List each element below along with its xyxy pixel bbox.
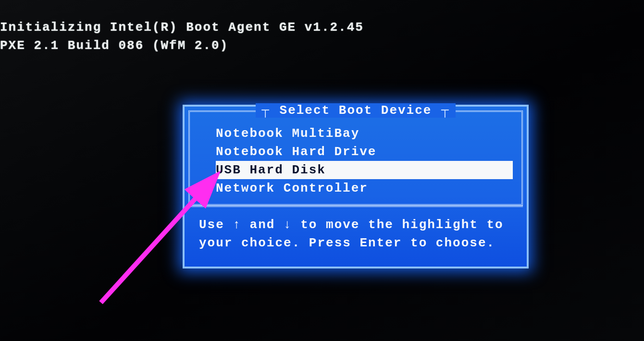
title-right-tick-icon: ┬: [440, 103, 451, 118]
title-left-tick-icon: ┬: [260, 103, 271, 118]
bios-post-text: Initializing Intel(R) Boot Agent GE v1.2…: [0, 18, 364, 55]
boot-menu-hint: Use ↑ and ↓ to move the highlight to you…: [188, 206, 523, 262]
hint-line-1: Use ↑ and ↓ to move the highlight to: [199, 216, 512, 234]
hint-line-2: your choice. Press Enter to choose.: [199, 234, 512, 252]
boot-option-network-controller[interactable]: Network Controller: [216, 179, 521, 197]
boot-option-notebook-hard-drive[interactable]: Notebook Hard Drive: [216, 143, 521, 161]
bios-line-2: PXE 2.1 Build 086 (WfM 2.0): [0, 38, 228, 53]
bios-line-1: Initializing Intel(R) Boot Agent GE v1.2…: [0, 20, 364, 35]
boot-device-menu: ┬ Select Boot Device ┬ Notebook MultiBay…: [183, 105, 529, 268]
boot-menu-items: Notebook MultiBay Notebook Hard Drive US…: [190, 118, 521, 204]
boot-menu-title-row: ┬ Select Boot Device ┬: [190, 103, 521, 118]
bios-boot-screen: Initializing Intel(R) Boot Agent GE v1.2…: [0, 0, 644, 341]
boot-menu-inner: ┬ Select Boot Device ┬ Notebook MultiBay…: [188, 110, 523, 206]
boot-option-notebook-multibay[interactable]: Notebook MultiBay: [216, 124, 521, 143]
boot-option-usb-hard-disk[interactable]: USB Hard Disk: [216, 161, 513, 179]
boot-menu-title: Select Boot Device: [280, 103, 432, 118]
